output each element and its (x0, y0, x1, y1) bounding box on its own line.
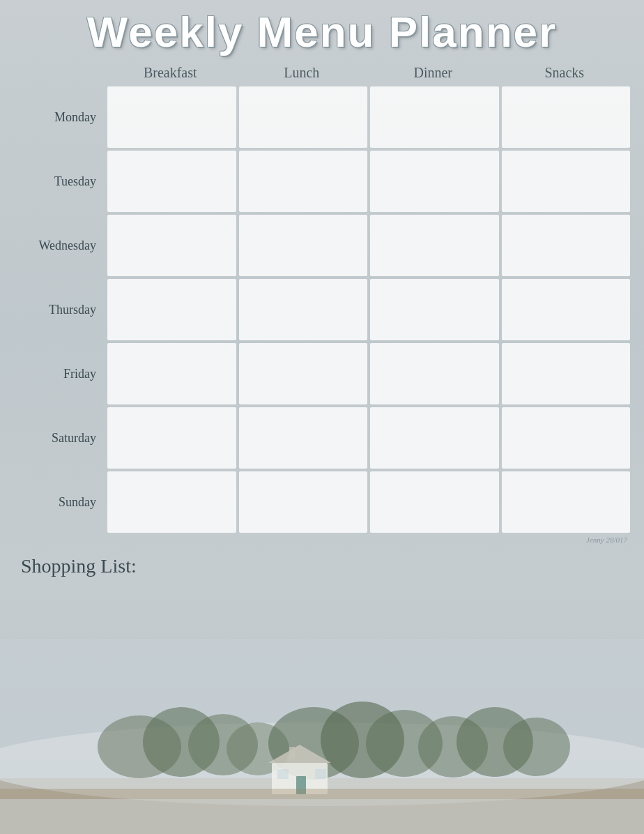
cell-sunday-dinner[interactable] (370, 471, 499, 533)
svg-rect-17 (277, 769, 289, 779)
cell-saturday-dinner[interactable] (370, 407, 499, 469)
cell-wednesday-snacks[interactable] (502, 215, 631, 276)
cell-wednesday-lunch[interactable] (239, 215, 368, 276)
label-wednesday: Wednesday (14, 215, 105, 276)
row-sunday: Sunday (14, 471, 630, 533)
cell-thursday-snacks[interactable] (502, 279, 631, 340)
row-wednesday: Wednesday (14, 215, 630, 276)
cell-sunday-snacks[interactable] (502, 471, 631, 533)
row-tuesday: Tuesday (14, 151, 630, 212)
cell-sunday-breakfast[interactable] (107, 471, 236, 533)
cell-thursday-dinner[interactable] (370, 279, 499, 340)
row-saturday: Saturday (14, 407, 630, 469)
landscape-scene (0, 639, 644, 834)
cell-tuesday-breakfast[interactable] (107, 151, 236, 212)
shopping-section: Shopping List: (14, 555, 630, 577)
svg-point-12 (503, 718, 570, 776)
page-title: Weekly Menu Planner (14, 7, 630, 56)
cell-monday-dinner[interactable] (370, 86, 499, 148)
cell-friday-dinner[interactable] (370, 343, 499, 404)
cell-wednesday-dinner[interactable] (370, 215, 499, 276)
cell-monday-lunch[interactable] (239, 86, 368, 148)
cell-tuesday-lunch[interactable] (239, 151, 368, 212)
cell-wednesday-breakfast[interactable] (107, 215, 236, 276)
row-friday: Friday (14, 343, 630, 404)
label-thursday: Thursday (14, 279, 105, 340)
cell-friday-breakfast[interactable] (107, 343, 236, 404)
label-friday: Friday (14, 343, 105, 404)
header-snacks: Snacks (499, 62, 631, 84)
cell-thursday-breakfast[interactable] (107, 279, 236, 340)
cell-monday-snacks[interactable] (502, 86, 631, 148)
label-monday: Monday (14, 86, 105, 148)
header-dinner: Dinner (367, 62, 499, 84)
planner-grid: Breakfast Lunch Dinner Snacks Monday Tue… (14, 62, 630, 533)
svg-rect-15 (289, 747, 295, 759)
watermark: Jenny 28/017 (14, 536, 630, 544)
cell-tuesday-dinner[interactable] (370, 151, 499, 212)
cell-saturday-lunch[interactable] (239, 407, 368, 469)
cell-monday-breakfast[interactable] (107, 86, 236, 148)
label-tuesday: Tuesday (14, 151, 105, 212)
cell-tuesday-snacks[interactable] (502, 151, 631, 212)
page-content: Weekly Menu Planner Breakfast Lunch Dinn… (0, 0, 644, 591)
header-lunch: Lunch (236, 62, 368, 84)
svg-rect-18 (315, 769, 326, 779)
header-breakfast: Breakfast (105, 62, 236, 84)
cell-thursday-lunch[interactable] (239, 279, 368, 340)
label-saturday: Saturday (14, 407, 105, 469)
label-sunday: Sunday (14, 471, 105, 533)
row-thursday: Thursday (14, 279, 630, 340)
cell-saturday-snacks[interactable] (502, 407, 631, 469)
header-row: Breakfast Lunch Dinner Snacks (14, 62, 630, 84)
row-monday: Monday (14, 86, 630, 148)
header-empty (14, 62, 105, 84)
cell-friday-snacks[interactable] (502, 343, 631, 404)
shopping-label: Shopping List: (14, 555, 137, 577)
cell-sunday-lunch[interactable] (239, 471, 368, 533)
cell-saturday-breakfast[interactable] (107, 407, 236, 469)
cell-friday-lunch[interactable] (239, 343, 368, 404)
svg-rect-20 (0, 799, 644, 834)
